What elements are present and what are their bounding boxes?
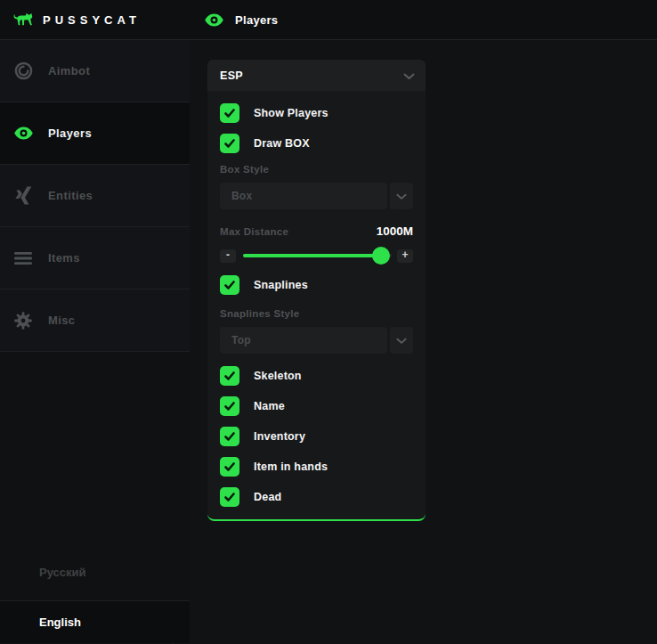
slider-fill <box>243 254 381 257</box>
checkbox-checked-icon[interactable] <box>220 457 239 477</box>
sidebar-item-label: Items <box>48 251 80 265</box>
sidebar-item-items[interactable]: Items <box>0 227 190 289</box>
language-label: Русский <box>39 566 86 579</box>
snaplines-style-select-caret[interactable] <box>390 327 413 354</box>
checkbox-checked-icon[interactable] <box>220 487 239 507</box>
sidebar-item-label: Entities <box>48 189 93 202</box>
page-title-label: Players <box>235 13 278 27</box>
snaplines-style-select: Top <box>220 327 413 354</box>
checkbox-label: Dead <box>254 491 281 503</box>
list-icon <box>12 251 34 265</box>
checkbox-checked-icon[interactable] <box>220 366 239 386</box>
checkbox-label: Show Players <box>254 107 328 119</box>
box-style-select-value[interactable]: Box <box>220 183 387 209</box>
max-distance-label: Max Distance <box>220 226 288 237</box>
box-style-label: Box Style <box>220 164 413 175</box>
box-style-select: Box <box>220 183 413 209</box>
eye-icon <box>12 126 34 140</box>
slider-decrement-button[interactable]: - <box>220 249 236 263</box>
select-value-text: Top <box>231 334 251 346</box>
max-distance-row: Max Distance 1000M <box>220 224 413 238</box>
esp-panel-body: Show Players Draw BOX Box Style Box <box>207 91 426 521</box>
sidebar-item-entities[interactable]: Entities <box>0 165 190 227</box>
sidebar-spacer <box>0 352 190 544</box>
checkbox-label: Item in hands <box>254 461 328 473</box>
checkbox-snaplines[interactable]: Snaplines <box>220 275 413 295</box>
sidebar-item-label: Aimbot <box>48 64 90 77</box>
select-value-text: Box <box>231 190 252 202</box>
checkbox-show-players[interactable]: Show Players <box>220 103 413 123</box>
checkbox-label: Name <box>254 400 285 412</box>
app-window: PUSSYCAT Players <box>0 0 657 644</box>
brand-name: PUSSYCAT <box>43 13 141 27</box>
checkbox-label: Inventory <box>254 430 305 443</box>
gear-icon <box>12 312 34 330</box>
slider-knob[interactable] <box>372 247 390 265</box>
checkbox-skeleton[interactable]: Skeleton <box>220 366 413 386</box>
chevron-down-icon <box>403 68 415 84</box>
main-content: ESP Show Players <box>190 40 657 643</box>
entities-icon <box>12 186 34 205</box>
spacer <box>220 354 413 366</box>
checkbox-name[interactable]: Name <box>220 396 413 416</box>
language-option-english[interactable]: English <box>0 601 190 643</box>
max-distance-value: 1000M <box>377 224 413 238</box>
checkbox-checked-icon[interactable] <box>220 275 239 295</box>
checkbox-checked-icon[interactable] <box>220 396 239 416</box>
sidebar-item-misc[interactable]: Misc <box>0 289 190 352</box>
snaplines-style-select-value[interactable]: Top <box>220 327 387 354</box>
checkbox-label: Skeleton <box>254 370 302 382</box>
checkbox-label: Draw BOX <box>254 137 310 150</box>
sidebar-item-label: Misc <box>48 314 76 327</box>
checkbox-inventory[interactable]: Inventory <box>220 427 413 446</box>
box-style-select-caret[interactable] <box>390 183 413 209</box>
checkbox-checked-icon[interactable] <box>220 103 239 123</box>
topbar: PUSSYCAT Players <box>0 0 657 40</box>
esp-panel-header[interactable]: ESP <box>207 60 426 91</box>
max-distance-slider: - + <box>220 247 413 265</box>
chevron-down-icon <box>396 188 407 204</box>
eye-icon <box>203 13 224 27</box>
cat-icon <box>12 11 34 29</box>
language-label: English <box>39 615 81 629</box>
esp-panel: ESP Show Players <box>207 60 426 521</box>
chevron-down-icon <box>396 332 407 348</box>
slider-track[interactable] <box>243 247 392 265</box>
slider-increment-button[interactable]: + <box>397 249 413 263</box>
sidebar-item-aimbot[interactable]: Aimbot <box>0 40 190 102</box>
checkbox-dead[interactable]: Dead <box>220 487 413 507</box>
radar-icon <box>12 61 34 80</box>
page-title: Players <box>190 0 278 39</box>
language-option-russian[interactable]: Русский <box>0 544 190 601</box>
snaplines-style-label: Snaplines Style <box>220 308 413 319</box>
checkbox-item-in-hands[interactable]: Item in hands <box>220 457 413 477</box>
checkbox-draw-box[interactable]: Draw BOX <box>220 134 413 153</box>
brand-logo: PUSSYCAT <box>0 0 190 39</box>
sidebar-item-label: Players <box>48 126 92 140</box>
checkbox-label: Snaplines <box>254 279 308 291</box>
esp-panel-title: ESP <box>220 69 243 82</box>
sidebar: Aimbot Players <box>0 40 190 643</box>
checkbox-checked-icon[interactable] <box>220 427 239 446</box>
checkbox-checked-icon[interactable] <box>220 134 239 153</box>
sidebar-item-players[interactable]: Players <box>0 102 190 165</box>
